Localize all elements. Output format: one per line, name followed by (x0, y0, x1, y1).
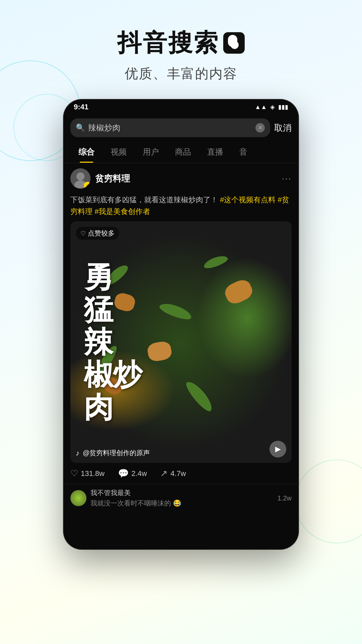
search-bar: 🔍 辣椒炒肉 ✕ 取消 (64, 114, 298, 141)
tab-综合[interactable]: 综合 (70, 141, 103, 163)
stats-bar: ♡ 131.8w 💬 2.4w ↗ 4.7w (64, 463, 298, 484)
tab-商品[interactable]: 商品 (167, 141, 199, 163)
svg-point-1 (76, 172, 84, 180)
tiktok-music-icon: ♪ (76, 449, 79, 458)
more-options-button[interactable]: ··· (282, 173, 292, 184)
calligraphy-line-1: 勇 (84, 261, 113, 293)
music-bar: ♪ @贫穷料理创作的原声 (76, 448, 272, 458)
calligraphy-line-4: 椒炒 (84, 359, 141, 391)
comment-content: 我不管我最美 我就没一次看时不咽唾沫的 😂 (90, 488, 274, 508)
post-header: ✓ 贫穷料理 ··· (64, 163, 298, 194)
calligraphy-line-5: 肉 (84, 391, 113, 424)
comment-preview: 我不管我最美 我就没一次看时不咽唾沫的 😂 1.2w (64, 484, 298, 512)
likes-count: 131.8w (81, 469, 105, 478)
search-tabs: 综合 视频 用户 商品 直播 音 (64, 141, 298, 163)
content-area: ✓ 贫穷料理 ··· 下饭菜到底有多凶猛，就看这道辣椒炒肉了！ #这个视频有点料… (64, 163, 298, 512)
shares-stat[interactable]: ↗ 4.7w (160, 468, 186, 479)
verified-badge: ✓ (84, 182, 90, 189)
comment-icon: 💬 (118, 468, 129, 479)
phone-wrapper: 9:41 ▲▲ ◈ ▮▮▮ 🔍 辣椒炒肉 ✕ 取消 综合 视频 (0, 100, 362, 549)
tiktok-logo-icon (223, 32, 245, 54)
phone-mockup: 9:41 ▲▲ ◈ ▮▮▮ 🔍 辣椒炒肉 ✕ 取消 综合 视频 (64, 100, 298, 549)
status-bar: 9:41 ▲▲ ◈ ▮▮▮ (64, 100, 298, 114)
comments-count: 2.4w (131, 469, 147, 478)
cancel-button[interactable]: 取消 (274, 122, 292, 134)
search-query: 辣椒炒肉 (88, 122, 252, 133)
header-section: 抖音搜索 优质、丰富的内容 (0, 0, 362, 96)
calligraphy-line-3: 辣 (84, 326, 113, 359)
clear-search-button[interactable]: ✕ (255, 123, 265, 132)
commenter-avatar (70, 490, 86, 506)
comment-likes-count: 1.2w (278, 494, 292, 502)
share-icon: ↗ (160, 468, 168, 479)
likes-stat[interactable]: ♡ 131.8w (70, 468, 105, 479)
wifi-icon: ◈ (270, 103, 275, 111)
comment-text: 我就没一次看时不咽唾沫的 😂 (90, 499, 274, 508)
post-description: 下饭菜到底有多凶猛，就看这道辣椒炒肉了！ #这个视频有点料 #贫穷料理 #我是美… (64, 194, 298, 221)
status-icons: ▲▲ ◈ ▮▮▮ (255, 103, 288, 111)
shares-count: 4.7w (170, 469, 186, 478)
comments-stat[interactable]: 💬 2.4w (118, 468, 147, 479)
post-text: 下饭菜到底有多凶猛，就看这道辣椒炒肉了！ (70, 196, 218, 204)
search-icon: 🔍 (76, 123, 85, 132)
video-container[interactable]: ♡ 点赞较多 勇 猛 辣 椒炒 肉 ♪ @贫穷料理创作的原声 ▶ (70, 221, 292, 463)
title-text: 抖音搜索 (117, 27, 219, 59)
commenter-name: 我不管我最美 (90, 488, 274, 497)
hashtag-3[interactable]: #我是美食创作者 (95, 207, 150, 216)
video-overlay: 勇 猛 辣 椒炒 肉 (70, 221, 292, 463)
status-time: 9:41 (74, 103, 88, 111)
signal-icon: ▲▲ (255, 104, 267, 111)
tab-直播[interactable]: 直播 (199, 141, 231, 163)
search-input-container[interactable]: 🔍 辣椒炒肉 ✕ (70, 118, 270, 137)
tab-视频[interactable]: 视频 (103, 141, 135, 163)
author-avatar[interactable]: ✓ (70, 168, 90, 189)
app-title: 抖音搜索 (0, 27, 362, 59)
heart-icon: ♡ (70, 468, 78, 479)
calligraphy-line-2: 猛 (84, 293, 113, 326)
music-info-text: @贫穷料理创作的原声 (83, 448, 150, 458)
tab-用户[interactable]: 用户 (135, 141, 167, 163)
battery-icon: ▮▮▮ (278, 103, 288, 111)
hashtag-1[interactable]: #这个视频有点料 (220, 196, 276, 204)
tab-音[interactable]: 音 (231, 141, 255, 163)
subtitle-text: 优质、丰富的内容 (0, 64, 362, 83)
author-name: 贫穷料理 (95, 173, 277, 184)
